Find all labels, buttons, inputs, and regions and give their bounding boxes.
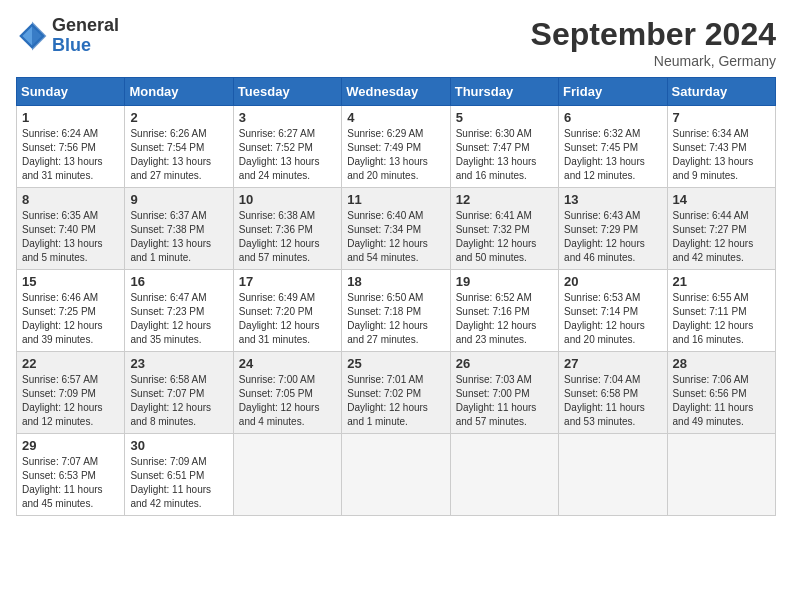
- day-info: Sunrise: 6:49 AM Sunset: 7:20 PM Dayligh…: [239, 291, 336, 347]
- calendar-day: 9Sunrise: 6:37 AM Sunset: 7:38 PM Daylig…: [125, 188, 233, 270]
- day-number: 13: [564, 192, 661, 207]
- day-number: 20: [564, 274, 661, 289]
- calendar-day: 24Sunrise: 7:00 AM Sunset: 7:05 PM Dayli…: [233, 352, 341, 434]
- day-number: 28: [673, 356, 770, 371]
- day-info: Sunrise: 6:34 AM Sunset: 7:43 PM Dayligh…: [673, 127, 770, 183]
- column-header-tuesday: Tuesday: [233, 78, 341, 106]
- calendar-week-3: 15Sunrise: 6:46 AM Sunset: 7:25 PM Dayli…: [17, 270, 776, 352]
- calendar-day: 11Sunrise: 6:40 AM Sunset: 7:34 PM Dayli…: [342, 188, 450, 270]
- calendar-day: 3Sunrise: 6:27 AM Sunset: 7:52 PM Daylig…: [233, 106, 341, 188]
- svg-marker-3: [32, 21, 46, 50]
- day-info: Sunrise: 7:01 AM Sunset: 7:02 PM Dayligh…: [347, 373, 444, 429]
- calendar-day: 17Sunrise: 6:49 AM Sunset: 7:20 PM Dayli…: [233, 270, 341, 352]
- logo-blue: Blue: [52, 35, 91, 55]
- day-number: 6: [564, 110, 661, 125]
- calendar-day: 10Sunrise: 6:38 AM Sunset: 7:36 PM Dayli…: [233, 188, 341, 270]
- day-info: Sunrise: 6:35 AM Sunset: 7:40 PM Dayligh…: [22, 209, 119, 265]
- day-number: 19: [456, 274, 553, 289]
- calendar-day: 21Sunrise: 6:55 AM Sunset: 7:11 PM Dayli…: [667, 270, 775, 352]
- calendar-week-5: 29Sunrise: 7:07 AM Sunset: 6:53 PM Dayli…: [17, 434, 776, 516]
- day-number: 17: [239, 274, 336, 289]
- calendar-table: SundayMondayTuesdayWednesdayThursdayFrid…: [16, 77, 776, 516]
- day-info: Sunrise: 6:44 AM Sunset: 7:27 PM Dayligh…: [673, 209, 770, 265]
- day-number: 15: [22, 274, 119, 289]
- day-info: Sunrise: 6:47 AM Sunset: 7:23 PM Dayligh…: [130, 291, 227, 347]
- day-info: Sunrise: 6:40 AM Sunset: 7:34 PM Dayligh…: [347, 209, 444, 265]
- calendar-day: [342, 434, 450, 516]
- day-info: Sunrise: 7:04 AM Sunset: 6:58 PM Dayligh…: [564, 373, 661, 429]
- day-info: Sunrise: 6:52 AM Sunset: 7:16 PM Dayligh…: [456, 291, 553, 347]
- column-header-friday: Friday: [559, 78, 667, 106]
- logo-text: General Blue: [52, 16, 119, 56]
- day-number: 2: [130, 110, 227, 125]
- calendar-header-row: SundayMondayTuesdayWednesdayThursdayFrid…: [17, 78, 776, 106]
- day-number: 5: [456, 110, 553, 125]
- day-info: Sunrise: 6:38 AM Sunset: 7:36 PM Dayligh…: [239, 209, 336, 265]
- day-info: Sunrise: 6:29 AM Sunset: 7:49 PM Dayligh…: [347, 127, 444, 183]
- calendar-day: 1Sunrise: 6:24 AM Sunset: 7:56 PM Daylig…: [17, 106, 125, 188]
- day-number: 22: [22, 356, 119, 371]
- day-number: 3: [239, 110, 336, 125]
- calendar-week-1: 1Sunrise: 6:24 AM Sunset: 7:56 PM Daylig…: [17, 106, 776, 188]
- calendar-day: 28Sunrise: 7:06 AM Sunset: 6:56 PM Dayli…: [667, 352, 775, 434]
- calendar-day: 22Sunrise: 6:57 AM Sunset: 7:09 PM Dayli…: [17, 352, 125, 434]
- day-number: 9: [130, 192, 227, 207]
- calendar-day: [233, 434, 341, 516]
- calendar-day: 6Sunrise: 6:32 AM Sunset: 7:45 PM Daylig…: [559, 106, 667, 188]
- day-info: Sunrise: 6:55 AM Sunset: 7:11 PM Dayligh…: [673, 291, 770, 347]
- day-number: 23: [130, 356, 227, 371]
- day-number: 8: [22, 192, 119, 207]
- day-number: 29: [22, 438, 119, 453]
- calendar-day: 20Sunrise: 6:53 AM Sunset: 7:14 PM Dayli…: [559, 270, 667, 352]
- column-header-thursday: Thursday: [450, 78, 558, 106]
- calendar-day: 13Sunrise: 6:43 AM Sunset: 7:29 PM Dayli…: [559, 188, 667, 270]
- logo-icon: [16, 20, 48, 52]
- calendar-day: [667, 434, 775, 516]
- day-info: Sunrise: 6:50 AM Sunset: 7:18 PM Dayligh…: [347, 291, 444, 347]
- calendar-day: 30Sunrise: 7:09 AM Sunset: 6:51 PM Dayli…: [125, 434, 233, 516]
- day-info: Sunrise: 6:27 AM Sunset: 7:52 PM Dayligh…: [239, 127, 336, 183]
- calendar-day: 29Sunrise: 7:07 AM Sunset: 6:53 PM Dayli…: [17, 434, 125, 516]
- title-block: September 2024 Neumark, Germany: [531, 16, 776, 69]
- day-info: Sunrise: 6:57 AM Sunset: 7:09 PM Dayligh…: [22, 373, 119, 429]
- calendar-day: [559, 434, 667, 516]
- column-header-wednesday: Wednesday: [342, 78, 450, 106]
- day-number: 16: [130, 274, 227, 289]
- day-number: 27: [564, 356, 661, 371]
- calendar-day: 19Sunrise: 6:52 AM Sunset: 7:16 PM Dayli…: [450, 270, 558, 352]
- day-number: 24: [239, 356, 336, 371]
- day-number: 4: [347, 110, 444, 125]
- calendar-day: 27Sunrise: 7:04 AM Sunset: 6:58 PM Dayli…: [559, 352, 667, 434]
- day-number: 26: [456, 356, 553, 371]
- calendar-day: 18Sunrise: 6:50 AM Sunset: 7:18 PM Dayli…: [342, 270, 450, 352]
- day-info: Sunrise: 7:07 AM Sunset: 6:53 PM Dayligh…: [22, 455, 119, 511]
- calendar-week-4: 22Sunrise: 6:57 AM Sunset: 7:09 PM Dayli…: [17, 352, 776, 434]
- column-header-monday: Monday: [125, 78, 233, 106]
- page-header: General Blue September 2024 Neumark, Ger…: [16, 16, 776, 69]
- month-title: September 2024: [531, 16, 776, 53]
- calendar-day: 5Sunrise: 6:30 AM Sunset: 7:47 PM Daylig…: [450, 106, 558, 188]
- calendar-day: 26Sunrise: 7:03 AM Sunset: 7:00 PM Dayli…: [450, 352, 558, 434]
- logo-general: General: [52, 15, 119, 35]
- calendar-day: [450, 434, 558, 516]
- day-info: Sunrise: 7:00 AM Sunset: 7:05 PM Dayligh…: [239, 373, 336, 429]
- day-info: Sunrise: 7:06 AM Sunset: 6:56 PM Dayligh…: [673, 373, 770, 429]
- day-number: 11: [347, 192, 444, 207]
- day-number: 30: [130, 438, 227, 453]
- day-number: 21: [673, 274, 770, 289]
- calendar-week-2: 8Sunrise: 6:35 AM Sunset: 7:40 PM Daylig…: [17, 188, 776, 270]
- column-header-saturday: Saturday: [667, 78, 775, 106]
- column-header-sunday: Sunday: [17, 78, 125, 106]
- day-number: 1: [22, 110, 119, 125]
- calendar-day: 14Sunrise: 6:44 AM Sunset: 7:27 PM Dayli…: [667, 188, 775, 270]
- calendar-day: 7Sunrise: 6:34 AM Sunset: 7:43 PM Daylig…: [667, 106, 775, 188]
- day-info: Sunrise: 7:09 AM Sunset: 6:51 PM Dayligh…: [130, 455, 227, 511]
- day-info: Sunrise: 6:41 AM Sunset: 7:32 PM Dayligh…: [456, 209, 553, 265]
- logo: General Blue: [16, 16, 119, 56]
- calendar-day: 16Sunrise: 6:47 AM Sunset: 7:23 PM Dayli…: [125, 270, 233, 352]
- day-info: Sunrise: 6:37 AM Sunset: 7:38 PM Dayligh…: [130, 209, 227, 265]
- day-info: Sunrise: 6:32 AM Sunset: 7:45 PM Dayligh…: [564, 127, 661, 183]
- day-info: Sunrise: 6:24 AM Sunset: 7:56 PM Dayligh…: [22, 127, 119, 183]
- calendar-day: 23Sunrise: 6:58 AM Sunset: 7:07 PM Dayli…: [125, 352, 233, 434]
- day-info: Sunrise: 6:26 AM Sunset: 7:54 PM Dayligh…: [130, 127, 227, 183]
